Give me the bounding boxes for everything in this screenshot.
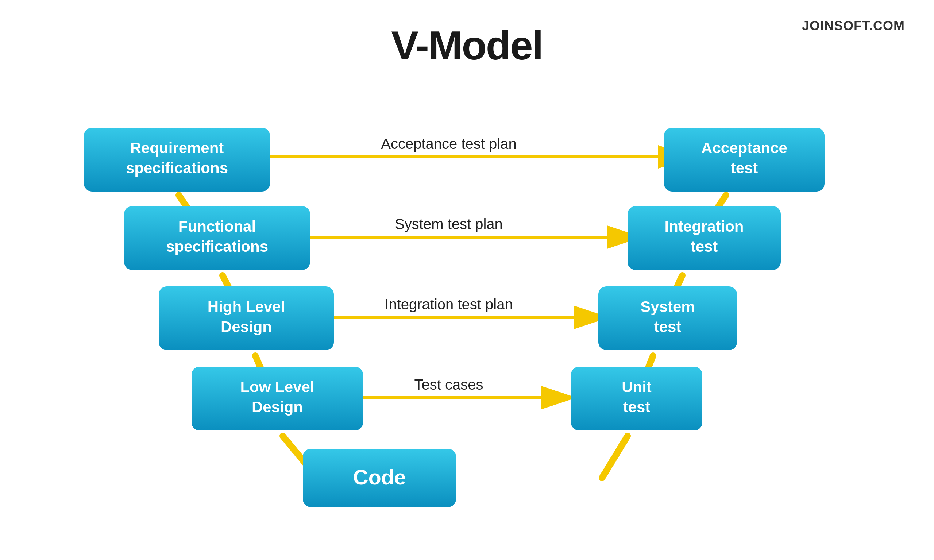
system-test-label: System [640, 298, 695, 315]
integration-plan-label: Integration test plan [385, 296, 512, 312]
code-label: Code [353, 465, 406, 489]
watermark: JOINSOFT.COM [802, 18, 905, 34]
req-spec-label2: specifications [126, 159, 228, 177]
integration-test-label: Integration [665, 218, 744, 235]
acceptance-plan-label: Acceptance test plan [381, 136, 516, 152]
hld-label2: Design [221, 318, 272, 335]
acceptance-test-label: Acceptance [701, 139, 787, 157]
func-spec-label2: specifications [166, 238, 268, 255]
diagram: Requirement specifications Functional sp… [0, 80, 934, 560]
unit-test-label2: test [623, 398, 651, 415]
req-spec-label: Requirement [130, 139, 224, 157]
hld-label: High Level [208, 298, 285, 315]
unit-test-label: Unit [622, 378, 652, 395]
lld-label2: Design [252, 398, 303, 415]
system-test-label2: test [654, 318, 682, 335]
test-cases-label: Test cases [414, 377, 483, 392]
integration-test-label2: test [691, 238, 718, 255]
svg-line-11 [602, 436, 628, 478]
lld-label: Low Level [240, 378, 314, 395]
func-spec-label: Functional [178, 218, 256, 235]
system-plan-label: System test plan [395, 216, 503, 232]
acceptance-test-label2: test [731, 159, 758, 177]
page-title: V-Model [0, 0, 934, 69]
